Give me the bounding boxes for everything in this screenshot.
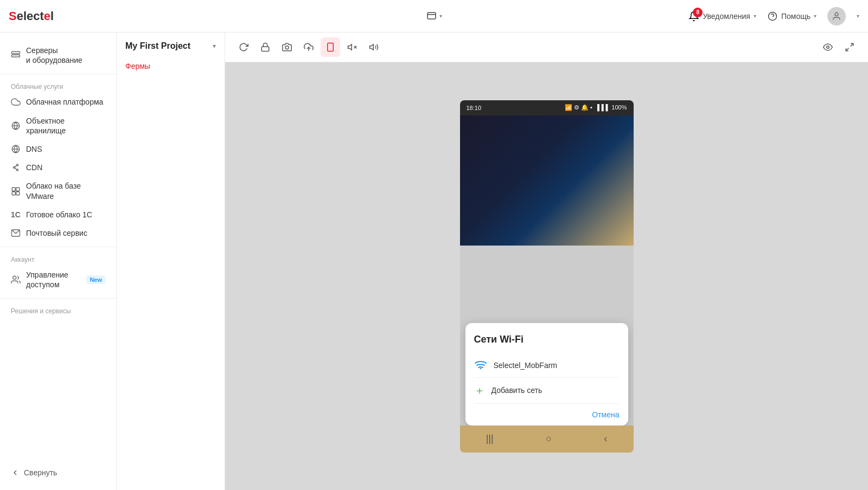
help-chevron: ▾ [814, 13, 816, 19]
sidebar-collapse[interactable]: Свернуть [0, 464, 116, 481]
svg-point-25 [285, 46, 289, 49]
notifications-chevron: ▾ [754, 13, 756, 19]
phone-wallpaper [460, 115, 634, 246]
project-menu-farms[interactable]: Фермы [117, 57, 225, 75]
project-dropdown-chevron[interactable]: ▾ [213, 42, 216, 50]
phone-screen[interactable]: 18:10 📶 ⚙ 🔔 • ▌▌▌ 100% Сети Wi-Fi [460, 100, 634, 453]
cloud-section-label: Облачные услуги [0, 79, 116, 93]
svg-rect-6 [12, 55, 20, 57]
refresh-icon [239, 42, 248, 52]
window-switcher[interactable]: ▾ [426, 11, 442, 22]
wifi-signal-icon [474, 359, 487, 372]
wifi-add-network-item[interactable]: ＋ Добавить сеть [474, 378, 620, 404]
sidebar-item-cloud-platform[interactable]: Облачная платформа [0, 93, 116, 111]
content-area: 18:10 📶 ⚙ 🔔 • ▌▌▌ 100% Сети Wi-Fi [225, 33, 868, 490]
expand-icon [845, 42, 854, 52]
sidebar-dns-label: DNS [26, 144, 42, 154]
lock-button[interactable] [256, 37, 275, 57]
status-icons: 📶 ⚙ 🔔 • ▌▌▌ 100% [565, 104, 627, 111]
camera-icon [282, 42, 292, 52]
top-nav-center: ▾ [426, 11, 442, 22]
phone-container: 18:10 📶 ⚙ 🔔 • ▌▌▌ 100% Сети Wi-Fi [460, 100, 634, 453]
logo-text: Selectel [9, 9, 54, 23]
help-button[interactable]: Помощь ▾ [767, 11, 816, 22]
svg-rect-19 [16, 188, 20, 191]
refresh-button[interactable] [234, 37, 253, 57]
svg-point-15 [17, 169, 18, 171]
lock-icon [260, 42, 270, 52]
phone-status-bar: 18:10 📶 ⚙ 🔔 • ▌▌▌ 100% [460, 100, 634, 115]
user-icon [832, 11, 841, 21]
sidebar-item-servers[interactable]: Серверы и оборудование [0, 41, 116, 69]
phone-button[interactable] [321, 37, 340, 57]
sidebar-item-1c[interactable]: 1С Готовое облако 1С [0, 205, 116, 224]
sidebar-divider-2 [0, 247, 116, 247]
sidebar-item-cdn[interactable]: CDN [0, 158, 116, 177]
wifi-dialog-title: Сети Wi-Fi [474, 334, 620, 345]
sidebar-servers-label: Серверы и оборудование [26, 46, 82, 65]
logo-e: e [44, 9, 50, 23]
sidebar-access-label: Управление доступом [26, 270, 79, 289]
svg-line-16 [15, 165, 17, 167]
nav-home-icon[interactable]: ○ [546, 433, 552, 444]
eye-button[interactable] [818, 37, 838, 57]
device-toolbar [225, 33, 868, 62]
sidebar-item-access[interactable]: Управление доступом New [0, 266, 116, 294]
svg-point-13 [14, 167, 15, 169]
wifi-add-label: Добавить сеть [492, 386, 542, 395]
upload-icon [304, 42, 314, 52]
wifi-waves-icon [474, 359, 487, 369]
main-layout: Серверы и оборудование Облачные услуги О… [0, 33, 868, 490]
object-storage-icon [11, 121, 21, 131]
svg-rect-20 [12, 191, 15, 195]
notifications-button[interactable]: 8 Уведомления ▾ [688, 11, 756, 22]
logo: Selectel [9, 9, 54, 23]
sidebar-item-vmware[interactable]: Облако на базе VMware [0, 177, 116, 205]
user-avatar [827, 7, 846, 25]
collapse-label: Свернуть [24, 468, 57, 477]
project-name: My First Project [125, 41, 190, 51]
sidebar-cloud-platform-label: Облачная платформа [26, 97, 103, 107]
logo-s: S [9, 9, 17, 23]
expand-button[interactable] [840, 37, 859, 57]
top-nav-right: 8 Уведомления ▾ Помощь ▾ [688, 7, 859, 25]
svg-point-14 [17, 164, 18, 166]
camera-button[interactable] [277, 37, 297, 57]
account-section-label: Аккаунт [0, 252, 116, 266]
wifi-cancel-button[interactable]: Отмена [474, 404, 620, 425]
project-header: My First Project ▾ [117, 41, 225, 57]
svg-marker-32 [370, 44, 374, 50]
window-icon [426, 11, 437, 22]
user-button[interactable] [827, 7, 846, 25]
help-label: Помощь [781, 12, 810, 21]
toolbar-right [818, 37, 859, 57]
svg-rect-21 [16, 191, 20, 195]
project-panel: My First Project ▾ Фермы [117, 33, 225, 490]
volume-up-button[interactable] [364, 37, 384, 57]
svg-point-4 [835, 12, 838, 16]
svg-point-36 [480, 368, 481, 369]
mail-icon [11, 228, 21, 238]
cloud-platform-icon [11, 97, 21, 107]
nav-back-icon[interactable]: ‹ [604, 433, 607, 444]
nav-bars-icon[interactable]: ||| [486, 433, 494, 444]
sidebar-item-dns[interactable]: DNS [0, 140, 116, 158]
sidebar-mail-label: Почтовый сервис [26, 228, 87, 238]
svg-point-33 [827, 46, 829, 49]
wifi-dialog: Сети Wi-Fi Selectel_MobFarm [465, 323, 628, 425]
upload-button[interactable] [299, 37, 318, 57]
top-navigation: Selectel ▾ 8 Уведомления ▾ [0, 0, 868, 33]
volume-off-button[interactable] [342, 37, 362, 57]
svg-rect-18 [12, 188, 15, 191]
wifi-add-icon: ＋ [474, 383, 485, 398]
sidebar-item-object-storage[interactable]: Объектное хранилище [0, 112, 116, 140]
wifi-network-item[interactable]: Selectel_MobFarm [474, 354, 620, 378]
phone-icon [326, 42, 335, 52]
status-time: 18:10 [467, 105, 482, 111]
sidebar-item-mail[interactable]: Почтовый сервис [0, 224, 116, 242]
vmware-icon [11, 186, 21, 196]
svg-rect-5 [12, 51, 20, 54]
svg-point-23 [13, 276, 16, 280]
svg-rect-0 [427, 12, 436, 19]
sidebar-1c-label: Готовое облако 1С [26, 210, 92, 220]
